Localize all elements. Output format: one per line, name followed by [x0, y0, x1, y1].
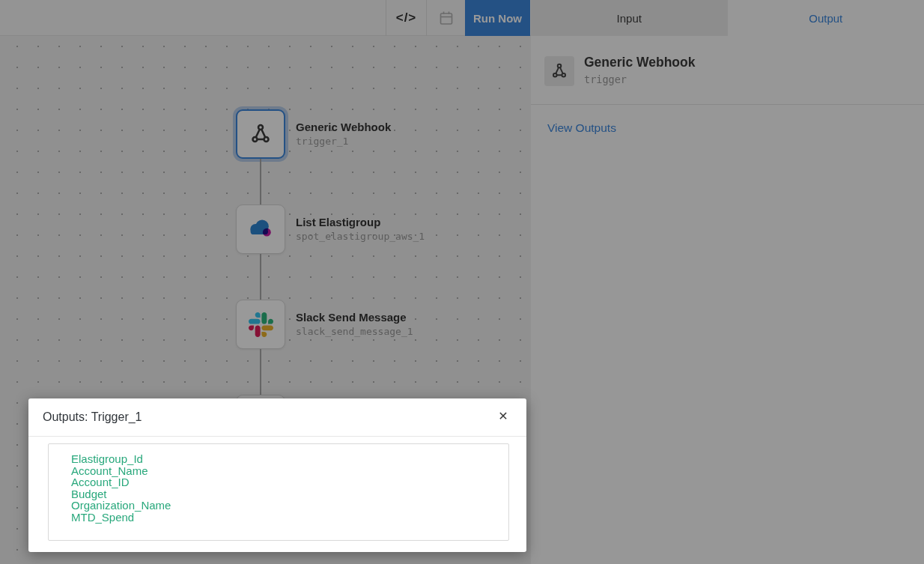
output-item[interactable]: Account_ID: [71, 476, 508, 488]
workflow-editor: </> Run Now Input Output: [0, 0, 924, 564]
modal-header: Outputs: Trigger_1 ✕: [28, 398, 526, 437]
output-item[interactable]: Account_Name: [71, 465, 508, 477]
modal-body: Elastigroup_Id Account_Name Account_ID B…: [28, 437, 526, 552]
output-item[interactable]: MTD_Spend: [71, 512, 508, 524]
output-item[interactable]: Budget: [71, 488, 508, 500]
output-item[interactable]: Organization_Name: [71, 500, 508, 512]
close-icon: ✕: [498, 409, 508, 423]
outputs-list: Elastigroup_Id Account_Name Account_ID B…: [48, 443, 509, 541]
outputs-modal: Outputs: Trigger_1 ✕ Elastigroup_Id Acco…: [28, 398, 526, 552]
modal-title: Outputs: Trigger_1: [43, 410, 142, 424]
output-item[interactable]: Elastigroup_Id: [71, 453, 508, 465]
close-button[interactable]: ✕: [492, 404, 514, 427]
